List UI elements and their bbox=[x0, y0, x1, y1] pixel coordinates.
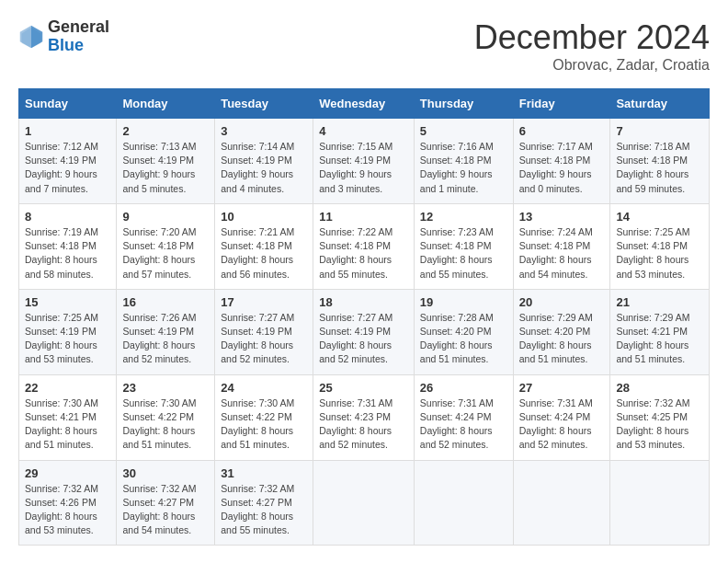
col-friday: Friday bbox=[513, 89, 610, 119]
day-number: 6 bbox=[519, 124, 605, 138]
day-number: 17 bbox=[221, 295, 307, 309]
calendar-cell: 25 Sunrise: 7:31 AMSunset: 4:23 PMDaylig… bbox=[313, 374, 415, 460]
day-info: Sunrise: 7:30 AMSunset: 4:22 PMDaylight:… bbox=[122, 396, 209, 453]
calendar-cell: 24 Sunrise: 7:30 AMSunset: 4:22 PMDaylig… bbox=[215, 374, 313, 460]
logo-icon bbox=[18, 24, 44, 50]
day-info: Sunrise: 7:25 AMSunset: 4:18 PMDaylight:… bbox=[616, 225, 703, 282]
day-info: Sunrise: 7:31 AMSunset: 4:23 PMDaylight:… bbox=[319, 396, 408, 453]
calendar-cell: 18 Sunrise: 7:27 AMSunset: 4:19 PMDaylig… bbox=[313, 289, 415, 374]
logo: General Blue bbox=[18, 18, 109, 55]
calendar-cell: 9 Sunrise: 7:20 AMSunset: 4:18 PMDayligh… bbox=[117, 203, 215, 289]
location: Obrovac, Zadar, Croatia bbox=[474, 57, 710, 74]
title-block: December 2024 Obrovac, Zadar, Croatia bbox=[474, 18, 710, 74]
day-info: Sunrise: 7:19 AMSunset: 4:18 PMDaylight:… bbox=[25, 225, 110, 282]
calendar-cell: 4 Sunrise: 7:15 AMSunset: 4:19 PMDayligh… bbox=[313, 119, 415, 204]
day-number: 29 bbox=[25, 466, 110, 480]
calendar-cell bbox=[313, 460, 415, 546]
day-number: 14 bbox=[616, 210, 703, 224]
calendar-cell: 20 Sunrise: 7:29 AMSunset: 4:20 PMDaylig… bbox=[513, 289, 610, 374]
logo-text: General Blue bbox=[48, 18, 109, 55]
calendar-cell: 7 Sunrise: 7:18 AMSunset: 4:18 PMDayligh… bbox=[610, 119, 710, 204]
day-number: 20 bbox=[519, 295, 605, 309]
calendar-header-row: Sunday Monday Tuesday Wednesday Thursday… bbox=[19, 89, 710, 119]
day-info: Sunrise: 7:24 AMSunset: 4:18 PMDaylight:… bbox=[519, 225, 605, 282]
day-number: 16 bbox=[122, 295, 209, 309]
calendar-week-row: 29 Sunrise: 7:32 AMSunset: 4:26 PMDaylig… bbox=[19, 460, 710, 546]
calendar-cell: 27 Sunrise: 7:31 AMSunset: 4:24 PMDaylig… bbox=[513, 374, 610, 460]
day-number: 5 bbox=[420, 124, 507, 138]
day-info: Sunrise: 7:17 AMSunset: 4:18 PMDaylight:… bbox=[519, 140, 605, 196]
day-info: Sunrise: 7:21 AMSunset: 4:18 PMDaylight:… bbox=[221, 225, 307, 282]
day-number: 25 bbox=[319, 381, 408, 395]
day-info: Sunrise: 7:13 AMSunset: 4:19 PMDaylight:… bbox=[122, 140, 209, 196]
day-number: 4 bbox=[319, 124, 408, 138]
col-wednesday: Wednesday bbox=[313, 89, 415, 119]
day-number: 12 bbox=[420, 210, 507, 224]
day-info: Sunrise: 7:20 AMSunset: 4:18 PMDaylight:… bbox=[122, 225, 209, 282]
day-number: 11 bbox=[319, 210, 408, 224]
calendar-week-row: 8 Sunrise: 7:19 AMSunset: 4:18 PMDayligh… bbox=[19, 203, 710, 289]
day-number: 31 bbox=[221, 466, 307, 480]
day-number: 19 bbox=[420, 295, 507, 309]
calendar-cell: 13 Sunrise: 7:24 AMSunset: 4:18 PMDaylig… bbox=[513, 203, 610, 289]
col-tuesday: Tuesday bbox=[215, 89, 313, 119]
day-info: Sunrise: 7:29 AMSunset: 4:21 PMDaylight:… bbox=[616, 311, 703, 367]
calendar-cell: 14 Sunrise: 7:25 AMSunset: 4:18 PMDaylig… bbox=[610, 203, 710, 289]
calendar-cell: 12 Sunrise: 7:23 AMSunset: 4:18 PMDaylig… bbox=[414, 203, 513, 289]
day-info: Sunrise: 7:30 AMSunset: 4:21 PMDaylight:… bbox=[25, 396, 110, 453]
calendar-cell bbox=[610, 460, 710, 546]
col-monday: Monday bbox=[117, 89, 215, 119]
calendar-week-row: 22 Sunrise: 7:30 AMSunset: 4:21 PMDaylig… bbox=[19, 374, 710, 460]
day-info: Sunrise: 7:25 AMSunset: 4:19 PMDaylight:… bbox=[25, 311, 110, 367]
calendar-cell: 6 Sunrise: 7:17 AMSunset: 4:18 PMDayligh… bbox=[513, 119, 610, 204]
day-number: 2 bbox=[122, 124, 209, 138]
day-number: 15 bbox=[25, 295, 110, 309]
day-info: Sunrise: 7:32 AMSunset: 4:27 PMDaylight:… bbox=[221, 482, 307, 538]
day-info: Sunrise: 7:32 AMSunset: 4:25 PMDaylight:… bbox=[616, 396, 703, 453]
day-number: 18 bbox=[319, 295, 408, 309]
calendar-cell: 22 Sunrise: 7:30 AMSunset: 4:21 PMDaylig… bbox=[19, 374, 117, 460]
calendar-cell: 26 Sunrise: 7:31 AMSunset: 4:24 PMDaylig… bbox=[414, 374, 513, 460]
day-number: 30 bbox=[122, 466, 209, 480]
day-info: Sunrise: 7:32 AMSunset: 4:26 PMDaylight:… bbox=[25, 482, 110, 538]
day-number: 21 bbox=[616, 295, 703, 309]
day-number: 9 bbox=[122, 210, 209, 224]
svg-marker-2 bbox=[20, 26, 31, 49]
day-info: Sunrise: 7:23 AMSunset: 4:18 PMDaylight:… bbox=[420, 225, 507, 282]
day-number: 23 bbox=[122, 381, 209, 395]
page-header: General Blue December 2024 Obrovac, Zada… bbox=[18, 18, 710, 74]
calendar-week-row: 1 Sunrise: 7:12 AMSunset: 4:19 PMDayligh… bbox=[19, 119, 710, 204]
calendar-cell: 5 Sunrise: 7:16 AMSunset: 4:18 PMDayligh… bbox=[414, 119, 513, 204]
day-number: 10 bbox=[221, 210, 307, 224]
col-thursday: Thursday bbox=[414, 89, 513, 119]
day-info: Sunrise: 7:32 AMSunset: 4:27 PMDaylight:… bbox=[122, 482, 209, 538]
day-info: Sunrise: 7:22 AMSunset: 4:18 PMDaylight:… bbox=[319, 225, 408, 282]
day-number: 22 bbox=[25, 381, 110, 395]
day-number: 1 bbox=[25, 124, 110, 138]
calendar-cell: 31 Sunrise: 7:32 AMSunset: 4:27 PMDaylig… bbox=[215, 460, 313, 546]
calendar-cell: 28 Sunrise: 7:32 AMSunset: 4:25 PMDaylig… bbox=[610, 374, 710, 460]
calendar-cell: 29 Sunrise: 7:32 AMSunset: 4:26 PMDaylig… bbox=[19, 460, 117, 546]
calendar-cell: 11 Sunrise: 7:22 AMSunset: 4:18 PMDaylig… bbox=[313, 203, 415, 289]
calendar-cell: 19 Sunrise: 7:28 AMSunset: 4:20 PMDaylig… bbox=[414, 289, 513, 374]
day-info: Sunrise: 7:30 AMSunset: 4:22 PMDaylight:… bbox=[221, 396, 307, 453]
day-info: Sunrise: 7:26 AMSunset: 4:19 PMDaylight:… bbox=[122, 311, 209, 367]
calendar-cell: 30 Sunrise: 7:32 AMSunset: 4:27 PMDaylig… bbox=[117, 460, 215, 546]
calendar-cell: 10 Sunrise: 7:21 AMSunset: 4:18 PMDaylig… bbox=[215, 203, 313, 289]
calendar-cell: 3 Sunrise: 7:14 AMSunset: 4:19 PMDayligh… bbox=[215, 119, 313, 204]
day-number: 28 bbox=[616, 381, 703, 395]
day-info: Sunrise: 7:27 AMSunset: 4:19 PMDaylight:… bbox=[221, 311, 307, 367]
calendar-cell: 1 Sunrise: 7:12 AMSunset: 4:19 PMDayligh… bbox=[19, 119, 117, 204]
calendar-cell bbox=[414, 460, 513, 546]
day-number: 24 bbox=[221, 381, 307, 395]
day-info: Sunrise: 7:18 AMSunset: 4:18 PMDaylight:… bbox=[616, 140, 703, 196]
day-info: Sunrise: 7:29 AMSunset: 4:20 PMDaylight:… bbox=[519, 311, 605, 367]
col-saturday: Saturday bbox=[610, 89, 710, 119]
day-number: 7 bbox=[616, 124, 703, 138]
day-number: 27 bbox=[519, 381, 605, 395]
day-info: Sunrise: 7:12 AMSunset: 4:19 PMDaylight:… bbox=[25, 140, 110, 196]
day-info: Sunrise: 7:31 AMSunset: 4:24 PMDaylight:… bbox=[420, 396, 507, 453]
calendar-cell: 8 Sunrise: 7:19 AMSunset: 4:18 PMDayligh… bbox=[19, 203, 117, 289]
calendar-table: Sunday Monday Tuesday Wednesday Thursday… bbox=[18, 88, 710, 546]
day-info: Sunrise: 7:16 AMSunset: 4:18 PMDaylight:… bbox=[420, 140, 507, 196]
